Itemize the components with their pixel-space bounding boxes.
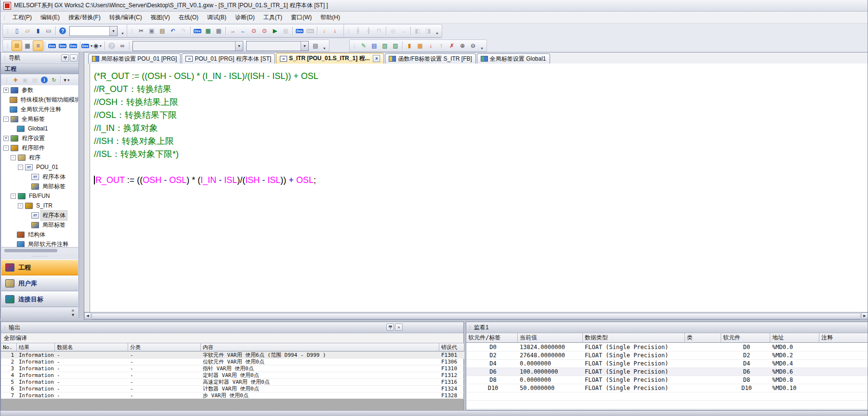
title-bar[interactable]: MELSOFT系列 GX Works2 C:\Users\Wincc_Serve… bbox=[0, 0, 868, 12]
output-row-2[interactable]: 2Information--位软元件 VAR用 使用0点F1306 bbox=[1, 358, 464, 365]
monitor-start-icon[interactable]: ▶ bbox=[270, 26, 280, 36]
project-tree-toggle-icon[interactable]: ⊞ bbox=[12, 40, 22, 51]
data-security-icon[interactable]: i bbox=[39, 75, 49, 85]
convert-icon[interactable]: ✎ bbox=[358, 40, 369, 51]
refresh-icon[interactable]: ↻ bbox=[49, 75, 59, 85]
tab-local-label-pou01[interactable]: 局部标签设置 POU_01 [PRG] bbox=[88, 53, 181, 64]
watch-row-D8[interactable]: D80.0000000FLOAT (Single Precision)D8%MD… bbox=[466, 376, 868, 384]
tree-item-程序部件[interactable]: -程序部件 bbox=[1, 143, 78, 153]
collapse-icon[interactable]: - bbox=[11, 155, 16, 160]
menu-item-9[interactable]: 工具(T) bbox=[259, 12, 287, 23]
device-comment-icon[interactable]: Dev bbox=[192, 26, 203, 36]
tree-item-FB/FUN[interactable]: -FB/FUN bbox=[1, 191, 78, 201]
device-ladder-icon[interactable]: Dev bbox=[47, 40, 57, 51]
label-clear-icon[interactable]: ✗ bbox=[447, 40, 457, 51]
menu-item-6[interactable]: 在线(O) bbox=[174, 12, 203, 23]
watch-row-D10[interactable]: D1050.0000000FLOAT (Single Precision)D10… bbox=[466, 384, 868, 392]
menu-item-5[interactable]: 视图(V) bbox=[146, 12, 174, 23]
cut-icon[interactable]: ✂ bbox=[136, 26, 146, 36]
device-batch-icon[interactable]: Dev bbox=[68, 40, 79, 51]
parameter-icon[interactable]: ▮ bbox=[404, 40, 415, 51]
watch-column-3[interactable]: 数据类型 bbox=[583, 333, 685, 343]
output-column-2[interactable]: 结果 bbox=[17, 343, 55, 351]
tree-item-S_ITR[interactable]: -S_ITR bbox=[1, 201, 78, 210]
cross-reference-icon[interactable]: ∞ bbox=[117, 40, 128, 51]
watch-column-5[interactable]: 软元件 bbox=[721, 333, 770, 343]
output-column-6[interactable]: 错误代 bbox=[439, 343, 464, 351]
output-row-5[interactable]: 5Information--高速定时器 VAR用 使用0点F1316 bbox=[1, 378, 464, 386]
close-icon[interactable]: × bbox=[395, 324, 403, 331]
device-display-icon[interactable]: Dev bbox=[294, 26, 305, 36]
module-config-icon[interactable]: ▦ bbox=[22, 40, 33, 51]
program-check-icon[interactable]: ▧ bbox=[380, 40, 390, 51]
tree-item-特殊模块(智能功能模块[interactable]: 特殊模块(智能功能模块 bbox=[1, 95, 78, 104]
output-column-5[interactable]: 内容 bbox=[201, 343, 439, 351]
tree-item-Global1[interactable]: Global1 bbox=[1, 124, 78, 133]
output-row-7[interactable]: 7Information--步 VAR用 使用0点F1328 bbox=[1, 392, 464, 399]
watch-empty-row[interactable] bbox=[466, 400, 868, 409]
tree-horizontal-scrollbar[interactable] bbox=[1, 247, 78, 254]
keyword-search-combo[interactable]: ▼ bbox=[69, 26, 118, 36]
zoom-out-icon[interactable]: ⊖ bbox=[468, 40, 478, 51]
tree-item-结构体[interactable]: 结构体 bbox=[1, 230, 78, 239]
menu-item-1[interactable]: 工程(P) bbox=[8, 12, 36, 23]
tree-item-全局软元件注释[interactable]: 全局软元件注释 bbox=[1, 104, 78, 114]
tab-fb-label-sitr[interactable]: 函数/FB标签设置 S_ITR [FB] bbox=[385, 53, 475, 64]
toolbar-overflow-icon[interactable]: ▾ bbox=[479, 40, 485, 52]
watch-column-1[interactable]: 软元件/标签 bbox=[466, 333, 518, 343]
find-target-icon[interactable]: ◉▼ bbox=[92, 40, 103, 51]
pin-icon[interactable] bbox=[386, 324, 394, 331]
scroll-right-icon[interactable]: ▶ bbox=[861, 312, 868, 319]
combo-dropdown-icon[interactable]: ▼ bbox=[109, 26, 117, 36]
tree-item-程序[interactable]: -程序 bbox=[1, 153, 78, 162]
tree-item-POU_01[interactable]: -STPOU_01 bbox=[1, 162, 78, 172]
transfer-setup-icon[interactable]: ↓ bbox=[319, 26, 329, 36]
convert-all-icon[interactable]: ▤ bbox=[369, 40, 380, 51]
output-row-6[interactable]: 6Information--计数器 VAR用 使用0点F1324 bbox=[1, 385, 464, 392]
watch-column-7[interactable]: 注释 bbox=[819, 333, 868, 343]
tree-item-程序本体[interactable]: ST程序本体 bbox=[1, 210, 78, 220]
window-selector-combo[interactable]: ▼ bbox=[246, 41, 309, 51]
output-column-1[interactable]: No. bbox=[1, 343, 17, 351]
device-table-icon[interactable]: Dev bbox=[57, 40, 68, 51]
nav-splitter-handle[interactable]: ········· bbox=[1, 253, 78, 259]
combo-dropdown-icon[interactable]: ▼ bbox=[235, 41, 243, 51]
undo-icon[interactable]: ↶ bbox=[168, 26, 178, 36]
sort-filter-icon[interactable]: ▾▼ bbox=[62, 75, 72, 85]
help-icon[interactable]: ? bbox=[57, 26, 68, 36]
watch-empty-row[interactable] bbox=[466, 392, 868, 401]
pin-icon[interactable] bbox=[61, 54, 69, 62]
collapse-icon[interactable]: - bbox=[18, 165, 23, 170]
close-icon[interactable]: × bbox=[70, 54, 78, 62]
io-assignment-icon[interactable]: ▦ bbox=[213, 26, 224, 36]
nav-button-user-library[interactable]: 用户库 bbox=[1, 275, 78, 291]
tree-item-全局标签[interactable]: -全局标签 bbox=[1, 114, 78, 124]
new-data-icon[interactable]: ✚ bbox=[11, 75, 20, 85]
print-preview-icon[interactable]: ▤ bbox=[310, 40, 321, 51]
output-column-4[interactable]: 分类 bbox=[128, 343, 201, 351]
menu-item-8[interactable]: 诊断(D) bbox=[231, 12, 259, 23]
toolbar-overflow-icon[interactable]: ▾ bbox=[434, 25, 440, 37]
watch-row-D4[interactable]: D40.0000000FLOAT (Single Precision)D4%MD… bbox=[466, 359, 868, 368]
expand-icon[interactable]: + bbox=[3, 88, 9, 93]
toolbar-overflow-icon[interactable]: ▾ bbox=[322, 40, 327, 52]
open-project-icon[interactable]: ▱ bbox=[22, 26, 33, 36]
menu-item-11[interactable]: 帮助(H) bbox=[316, 12, 344, 23]
scroll-thumb[interactable] bbox=[92, 313, 861, 319]
tree-item-程序设置[interactable]: +程序设置 bbox=[1, 133, 78, 143]
doc-outline-icon[interactable]: ≡ bbox=[33, 40, 43, 51]
save-project-icon[interactable]: ▮ bbox=[33, 26, 43, 36]
write-verify-icon[interactable]: ↓ bbox=[329, 26, 340, 36]
menu-item-4[interactable]: 转换/编译(C) bbox=[105, 12, 146, 23]
label-read-icon[interactable]: ↑ bbox=[436, 40, 447, 51]
output-row-4[interactable]: 4Information--定时器 VAR用 使用0点F1312 bbox=[1, 372, 464, 379]
device-monitor-icon[interactable]: ▦ bbox=[203, 26, 213, 36]
combo-dropdown-icon[interactable]: ▼ bbox=[301, 41, 308, 51]
new-file-icon[interactable]: ▯ bbox=[12, 26, 22, 36]
watch-column-4[interactable]: 类 bbox=[685, 333, 721, 343]
device-batch-read-icon[interactable]: ⊙ bbox=[259, 26, 270, 36]
editor-horizontal-scrollbar[interactable]: ◀ ▶ bbox=[84, 312, 868, 319]
collapse-icon[interactable]: - bbox=[3, 145, 9, 151]
nav-more-buttons[interactable]: » ▾ bbox=[1, 307, 78, 318]
nav-button-connection[interactable]: 连接目标 bbox=[1, 291, 78, 307]
